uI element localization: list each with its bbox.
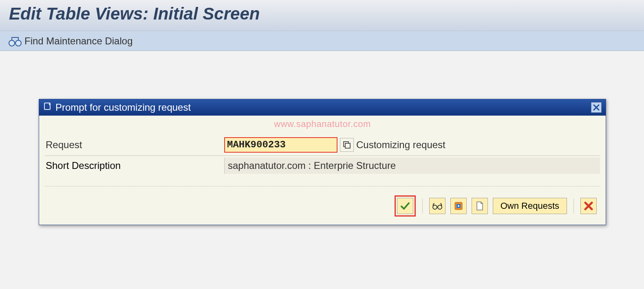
page-title-bar: Edit Table Views: Initial Screen <box>0 0 644 31</box>
own-requests-button[interactable]: Own Requests <box>493 198 567 214</box>
application-toolbar: Find Maintenance Dialog <box>0 31 644 51</box>
dialog-titlebar: Prompt for customizing request <box>39 99 606 116</box>
svg-point-0 <box>9 40 15 46</box>
separator <box>573 199 574 213</box>
display-button[interactable] <box>429 198 446 214</box>
close-icon <box>593 104 600 111</box>
glasses-icon <box>432 201 443 210</box>
new-document-button[interactable] <box>472 198 488 214</box>
dialog-footer: Own Requests <box>45 186 600 217</box>
dialog-body: Request Customizing request Short <box>39 116 606 225</box>
cancel-icon <box>584 201 593 210</box>
checkmark-icon <box>400 201 410 211</box>
document-icon <box>476 201 484 211</box>
accept-button[interactable] <box>397 198 413 214</box>
svg-rect-4 <box>345 143 350 148</box>
dialog-icon <box>43 102 52 113</box>
accept-highlight <box>395 195 416 217</box>
transport-icon <box>454 201 463 211</box>
customizing-request-dialog: Prompt for customizing request www.sapha… <box>39 99 606 225</box>
svg-point-5 <box>433 205 437 209</box>
short-description-label: Short Description <box>45 156 224 175</box>
value-help-icon <box>343 141 351 149</box>
dialog-close-button[interactable] <box>591 102 602 113</box>
create-request-button[interactable] <box>450 198 467 214</box>
short-description-row: Short Description <box>45 155 600 175</box>
dialog-title: Prompt for customizing request <box>55 102 591 113</box>
svg-point-6 <box>438 205 442 209</box>
binoculars-icon <box>8 35 22 47</box>
separator <box>422 199 423 213</box>
svg-point-1 <box>15 40 21 46</box>
request-label: Request <box>45 137 224 153</box>
request-row: Request Customizing request <box>45 137 600 153</box>
find-maintenance-dialog-button[interactable]: Find Maintenance Dialog <box>24 35 133 47</box>
value-help-button[interactable] <box>340 138 354 152</box>
short-description-input[interactable] <box>224 158 600 174</box>
cancel-button[interactable] <box>580 198 597 214</box>
request-type-text: Customizing request <box>356 139 446 151</box>
page-title: Edit Table Views: Initial Screen <box>9 4 635 24</box>
work-area: Prompt for customizing request www.sapha… <box>0 51 644 275</box>
request-input[interactable] <box>224 137 337 153</box>
